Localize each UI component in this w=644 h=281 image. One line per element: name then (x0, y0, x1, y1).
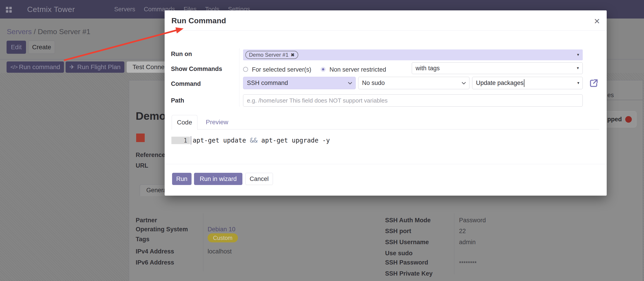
breadcrumb-servers-link[interactable]: Servers (7, 27, 32, 36)
tab-preview[interactable]: Preview (204, 115, 231, 129)
apps-grid-icon[interactable] (6, 7, 12, 13)
edit-button[interactable]: Edit (6, 41, 26, 54)
tags-label: Tags (136, 236, 150, 243)
info-left-separator (203, 213, 203, 271)
cancel-button[interactable]: Cancel (245, 173, 273, 185)
ssh-username-value: admin (459, 239, 476, 246)
breadcrumb-separator: / (32, 27, 38, 36)
code-text: apt-get update (193, 137, 250, 144)
ssh-password-value: ******** (459, 260, 477, 267)
external-link-icon[interactable] (589, 78, 599, 88)
info-right-separator (454, 213, 454, 274)
server-tag-pill: Demo Server #1 ✖ (245, 51, 298, 59)
code-editor-line[interactable]: apt-get update && apt-get upgrade -y (193, 137, 330, 144)
code-cursor (190, 136, 191, 145)
ssh-auth-mode-label: SSH Auth Mode (385, 217, 431, 224)
breadcrumb: Servers / Demo Server #1 (7, 27, 90, 36)
ssh-auth-mode-value: Password (459, 217, 486, 224)
close-icon[interactable]: ✕ (592, 16, 602, 26)
run-on-label: Run on (171, 51, 192, 58)
ipv4-label: IPv4 Address (136, 248, 174, 255)
modal-header: Run Command ✕ (164, 10, 607, 31)
chevron-down-icon (348, 82, 352, 84)
sudo-select[interactable]: No sudo (358, 77, 470, 89)
command-type-value: SSH command (247, 79, 288, 86)
radio-for-selected-servers[interactable] (243, 67, 248, 72)
run-command-modal: Run Command ✕ Run on Demo Server #1 ✖ ▾ … (164, 10, 607, 196)
caret-down-icon: ▾ (577, 80, 579, 85)
partner-label: Partner (136, 217, 157, 224)
tabs-bottom-border (172, 129, 599, 129)
code-icon: </> (10, 64, 18, 70)
app-brand: Cetmix Tower (27, 0, 75, 18)
run-flight-plan-button[interactable]: ✈ Run Flight Plan (66, 61, 124, 73)
stat-button-fragment[interactable]: es (607, 92, 614, 99)
text-cursor (524, 79, 524, 87)
url-label: URL (136, 162, 148, 169)
ssh-username-label: SSH Username (385, 239, 429, 246)
code-line-number: 1 (172, 137, 190, 144)
server-status-label: pped (607, 116, 622, 123)
caret-down-icon: ▾ (577, 65, 579, 70)
tags-filter-select[interactable]: with tags ▾ (412, 62, 583, 74)
caret-down-icon[interactable]: ▾ (577, 52, 579, 57)
path-label: Path (171, 97, 184, 104)
os-label: Operating System (136, 226, 188, 233)
form-group-separator (239, 48, 240, 107)
command-name-combobox[interactable]: Update packages ▾ (472, 77, 583, 89)
server-avatar (136, 133, 145, 143)
create-button[interactable]: Create (28, 41, 55, 54)
ipv4-value: localhost (208, 248, 232, 255)
ssh-password-label: SSH Password (385, 259, 428, 266)
tab-code-label: Code (177, 119, 192, 126)
ipv6-label: IPv6 Address (136, 259, 174, 266)
show-commands-label: Show Commands (171, 65, 222, 72)
ssh-port-value: 22 (459, 228, 466, 235)
radio-for-selected-servers-label[interactable]: For selected server(s) (252, 66, 311, 73)
status-dot-icon (625, 116, 632, 123)
ssh-port-label: SSH port (385, 228, 411, 235)
tags-filter-value: with tags (416, 65, 440, 72)
code-text: apt-get upgrade -y (258, 137, 330, 144)
chevron-down-icon (462, 82, 466, 84)
use-sudo-label: Use sudo (385, 250, 413, 257)
remove-tag-icon[interactable]: ✖ (291, 52, 295, 58)
run-button[interactable]: Run (172, 173, 192, 185)
radio-non-server-restricted-label[interactable]: Non server restricted (330, 66, 386, 73)
reference-label: Reference (136, 152, 165, 159)
ssh-private-key-label: SSH Private Key (385, 270, 432, 277)
run-command-button[interactable]: </> Run command (6, 61, 64, 73)
run-on-multiselect[interactable]: Demo Server #1 ✖ ▾ (243, 49, 583, 60)
command-label: Command (171, 80, 201, 87)
run-command-label: Run command (19, 63, 60, 71)
command-name-value: Update packages (476, 79, 524, 86)
path-input[interactable] (243, 94, 583, 107)
tab-preview-label: Preview (206, 119, 228, 126)
nav-item-servers[interactable]: Servers (114, 6, 135, 13)
tag-custom-badge[interactable]: Custom (208, 233, 238, 242)
tab-code[interactable]: Code (172, 115, 198, 130)
screen: Cetmix Tower Servers Commands Files Tool… (0, 0, 644, 281)
breadcrumb-current: Demo Server #1 (38, 27, 90, 36)
modal-title: Run Command (172, 10, 226, 31)
server-title: Demo (136, 110, 166, 122)
command-type-select[interactable]: SSH command (243, 77, 356, 89)
run-in-wizard-button[interactable]: Run in wizard (194, 173, 242, 185)
plane-icon: ✈ (70, 63, 74, 71)
run-flight-plan-label: Run Flight Plan (77, 63, 120, 71)
test-connection-label: Test Conne (132, 63, 164, 71)
sudo-value: No sudo (362, 79, 385, 86)
radio-non-server-restricted[interactable] (321, 67, 326, 72)
tag-custom-label: Custom (213, 235, 232, 241)
code-operator: && (250, 137, 258, 144)
os-value-link[interactable]: Debian 10 (208, 226, 236, 233)
server-tag-label: Demo Server #1 (249, 52, 288, 58)
